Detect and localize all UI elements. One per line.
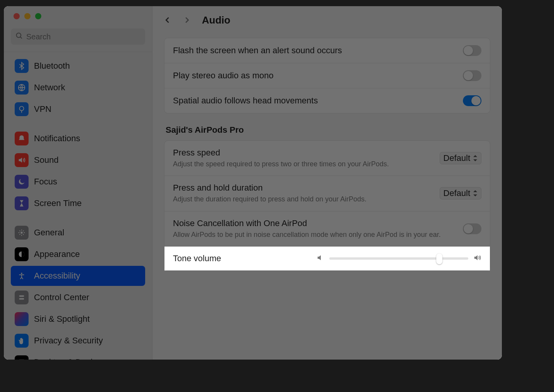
sliders-icon: [15, 291, 29, 304]
sidebar: Bluetooth Network VPN Notifications Soun…: [4, 6, 152, 360]
label-spatial-audio: Spatial audio follows head movements: [173, 96, 455, 106]
bluetooth-icon: [15, 59, 29, 73]
row-flash-screen: Flash the screen when an alert sound occ…: [164, 38, 490, 63]
vpn-icon: [15, 102, 29, 116]
row-press-speed: Press speed Adjust the speed required to…: [164, 141, 490, 176]
toggle-flash-screen[interactable]: [463, 45, 481, 56]
svg-point-4: [20, 231, 23, 234]
sidebar-item-label: Control Center: [34, 292, 89, 302]
label-press-hold: Press and hold duration: [173, 183, 432, 193]
row-press-hold: Press and hold duration Adjust the durat…: [164, 176, 490, 211]
select-press-hold-value: Default: [443, 188, 470, 198]
sidebar-item-label: Network: [34, 83, 65, 93]
label-flash-screen: Flash the screen when an alert sound occ…: [173, 46, 455, 56]
globe-icon: [15, 81, 29, 95]
sidebar-item-network[interactable]: Network: [11, 78, 145, 98]
sidebar-item-appearance[interactable]: Appearance: [11, 244, 145, 264]
search-field[interactable]: [11, 29, 145, 45]
sidebar-item-accessibility[interactable]: Accessibility: [11, 266, 145, 286]
slider-thumb[interactable]: [436, 253, 442, 264]
chevron-up-down-icon: [473, 155, 478, 162]
label-noise-cancel: Noise Cancellation with One AirPod: [173, 218, 455, 228]
chevron-up-down-icon: [473, 190, 478, 197]
svg-marker-12: [473, 159, 477, 161]
sidebar-list[interactable]: Bluetooth Network VPN Notifications Soun…: [4, 52, 152, 360]
select-press-speed-value: Default: [443, 153, 470, 163]
sidebar-item-label: Bluetooth: [34, 61, 70, 71]
sidebar-item-label: Accessibility: [34, 271, 80, 281]
moon-icon: [15, 175, 29, 189]
toggle-mono-audio[interactable]: [463, 70, 481, 81]
toggle-spatial-audio[interactable]: [463, 95, 481, 106]
minimize-button[interactable]: [24, 13, 30, 19]
sidebar-item-focus[interactable]: Focus: [11, 172, 145, 192]
audio-options-group: Flash the screen when an alert sound occ…: [164, 38, 490, 113]
select-press-speed[interactable]: Default: [440, 152, 481, 164]
sidebar-item-sound[interactable]: Sound: [11, 150, 145, 170]
speaker-icon: [15, 153, 29, 167]
bell-icon: [15, 132, 29, 145]
svg-marker-14: [473, 194, 477, 196]
sidebar-item-label: Focus: [34, 177, 57, 187]
sidebar-item-label: Appearance: [34, 249, 80, 259]
gear-icon: [15, 226, 29, 240]
siri-icon: [15, 312, 29, 326]
sidebar-item-desktop[interactable]: Desktop & Dock: [11, 352, 145, 360]
forward-button[interactable]: [179, 12, 195, 28]
back-button[interactable]: [159, 12, 176, 28]
sidebar-item-label: Privacy & Security: [34, 336, 103, 346]
row-mono-audio: Play stereo audio as mono: [164, 63, 490, 88]
main-pane: Audio Flash the screen when an alert sou…: [152, 6, 502, 360]
sidebar-item-siri[interactable]: Siri & Spotlight: [11, 309, 145, 329]
sidebar-item-vpn[interactable]: VPN: [11, 99, 145, 119]
close-button[interactable]: [14, 13, 20, 19]
search-icon: [15, 32, 23, 41]
label-press-speed: Press speed: [173, 148, 432, 158]
svg-marker-11: [473, 155, 477, 157]
svg-point-6: [21, 273, 22, 274]
desc-press-hold: Adjust the duration required to press an…: [173, 194, 432, 204]
svg-line-1: [20, 37, 22, 39]
sidebar-item-notifications[interactable]: Notifications: [11, 128, 145, 149]
sidebar-item-label: Desktop & Dock: [34, 357, 95, 360]
settings-window: Bluetooth Network VPN Notifications Soun…: [4, 6, 502, 360]
sidebar-item-label: Screen Time: [34, 198, 82, 208]
row-noise-cancel: Noise Cancellation with One AirPod Allow…: [164, 211, 490, 247]
select-press-hold[interactable]: Default: [440, 187, 481, 199]
airpods-group: Press speed Adjust the speed required to…: [164, 140, 490, 271]
sidebar-item-screentime[interactable]: Screen Time: [11, 193, 145, 213]
sidebar-item-label: VPN: [34, 104, 51, 114]
svg-rect-8: [19, 298, 24, 300]
volume-high-icon: [473, 253, 481, 264]
desc-noise-cancel: Allow AirPods to be put in noise cancell…: [173, 230, 451, 239]
label-mono-audio: Play stereo audio as mono: [173, 71, 455, 81]
row-tone-volume: Tone volume: [164, 247, 490, 270]
label-tone-volume: Tone volume: [173, 253, 221, 264]
window-controls: [4, 13, 152, 19]
tone-volume-slider[interactable]: [329, 257, 468, 260]
device-section-title: Sajid's AirPods Pro: [166, 125, 490, 135]
svg-marker-13: [473, 190, 477, 192]
titlebar: Audio: [152, 6, 502, 34]
search-input[interactable]: [26, 32, 141, 41]
sidebar-item-bluetooth[interactable]: Bluetooth: [11, 56, 145, 76]
appearance-icon: [15, 247, 29, 261]
sidebar-item-general[interactable]: General: [11, 223, 145, 243]
svg-rect-7: [19, 296, 24, 297]
hand-icon: [15, 334, 29, 348]
sidebar-item-label: Siri & Spotlight: [34, 314, 90, 324]
row-spatial-audio: Spatial audio follows head movements: [164, 88, 490, 113]
dock-icon: [15, 355, 29, 360]
sidebar-item-label: General: [34, 228, 64, 238]
toggle-noise-cancel[interactable]: [463, 223, 481, 234]
content[interactable]: Flash the screen when an alert sound occ…: [152, 34, 502, 286]
svg-point-3: [20, 106, 24, 111]
sidebar-item-controlcenter[interactable]: Control Center: [11, 287, 145, 308]
hourglass-icon: [15, 196, 29, 210]
sidebar-item-label: Notifications: [34, 133, 80, 144]
sidebar-item-privacy[interactable]: Privacy & Security: [11, 331, 145, 351]
maximize-button[interactable]: [35, 13, 41, 19]
accessibility-icon: [15, 269, 29, 283]
desc-press-speed: Adjust the speed required to press two o…: [173, 159, 432, 169]
volume-low-icon: [316, 253, 325, 264]
